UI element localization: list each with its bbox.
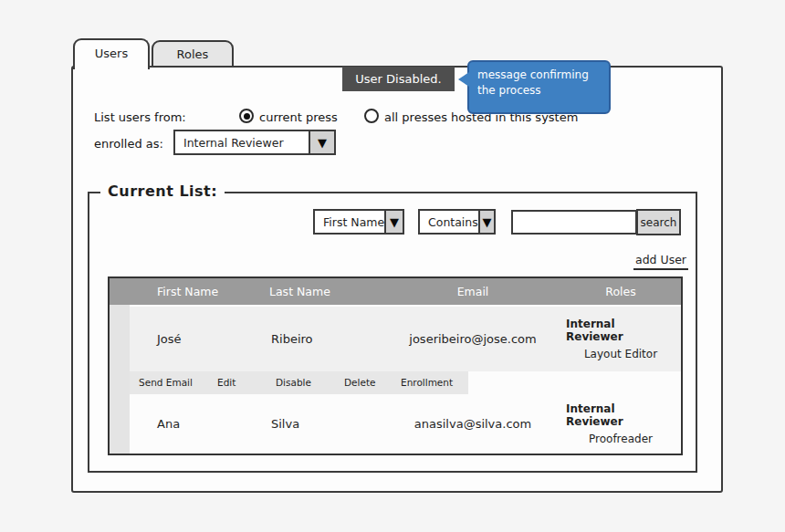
header-first-name: First Name — [157, 278, 218, 305]
radio-current-press[interactable] — [239, 109, 254, 123]
action-disable[interactable]: Disable — [276, 371, 311, 394]
toast-text: User Disabled. — [355, 72, 441, 86]
action-enrollment[interactable]: Enrollment — [401, 371, 453, 394]
search-operator-value: Contains — [420, 211, 478, 233]
chevron-down-icon[interactable]: ▼ — [478, 211, 494, 233]
callout-text: message confirming the process — [477, 68, 589, 97]
tab-roles[interactable]: Roles — [152, 40, 234, 68]
current-list-legend: Current List: — [100, 183, 225, 200]
enrolled-as-label: enrolled as: — [94, 137, 163, 151]
search-button-label: search — [641, 216, 677, 229]
row1-last-name: Ribeiro — [271, 307, 313, 371]
row-action-bar: Send Email Edit Disable Delete Enrollmen… — [130, 371, 468, 394]
radio-all-presses[interactable] — [364, 109, 379, 123]
action-send-email[interactable]: Send Email — [139, 371, 193, 394]
row2-first-name: Ana — [157, 394, 180, 454]
row-selector-column[interactable] — [110, 305, 130, 454]
wireframe-canvas: { "tabs": [ { "label": "Users", "active"… — [0, 0, 785, 532]
action-edit[interactable]: Edit — [217, 371, 236, 394]
radio-current-press-label[interactable]: current press — [259, 110, 338, 124]
row2-roles: Internal Reviewer Proofreader — [566, 394, 675, 454]
search-field-dropdown[interactable]: First Name ▼ — [313, 209, 404, 235]
row1-role-secondary: Layout Editor — [584, 348, 657, 360]
users-table: First Name Last Name Email Roles José Ri… — [108, 276, 683, 455]
header-roles: Roles — [566, 278, 675, 305]
add-user-link[interactable]: add User — [633, 253, 688, 270]
search-input[interactable] — [511, 210, 637, 235]
radio-dot-icon — [244, 113, 250, 120]
chevron-down-icon[interactable]: ▼ — [309, 131, 334, 153]
row1-first-name: José — [157, 307, 182, 371]
search-operator-dropdown[interactable]: Contains ▼ — [418, 209, 496, 235]
row2-role-primary: Internal Reviewer — [566, 402, 675, 428]
enrolled-as-value: Internal Reviewer — [175, 131, 309, 153]
chevron-down-icon[interactable]: ▼ — [384, 211, 403, 233]
list-users-from-label: List users from: — [94, 110, 186, 124]
tab-users[interactable]: Users — [73, 38, 150, 69]
tab-roles-label: Roles — [177, 47, 209, 61]
tab-users-label: Users — [95, 47, 128, 60]
row1-role-primary: Internal Reviewer — [566, 318, 675, 343]
search-field-value: First Name — [315, 211, 384, 233]
callout-tail-icon — [458, 72, 469, 87]
annotation-callout: message confirming the process — [467, 60, 611, 114]
row2-last-name: Silva — [271, 394, 299, 454]
table-header-row: First Name Last Name Email Roles — [110, 278, 681, 305]
header-last-name: Last Name — [269, 278, 330, 305]
toast-user-disabled: User Disabled. — [342, 67, 455, 91]
header-email: Email — [368, 278, 578, 305]
row2-role-secondary: Proofreader — [589, 433, 653, 445]
row1-roles: Internal Reviewer Layout Editor — [566, 307, 675, 371]
enrolled-as-dropdown[interactable]: Internal Reviewer ▼ — [173, 130, 336, 155]
row1-email: joseribeiro@jose.com — [368, 307, 578, 371]
search-button[interactable]: search — [636, 209, 681, 235]
action-delete[interactable]: Delete — [344, 371, 376, 394]
row2-email: anasilva@silva.com — [368, 394, 578, 454]
